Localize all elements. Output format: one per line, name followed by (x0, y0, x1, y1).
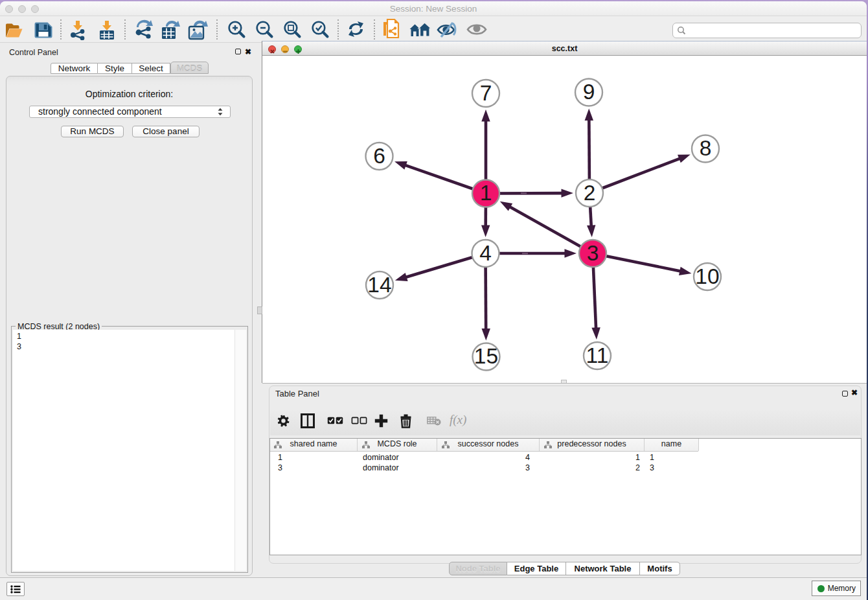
svg-text:4: 4 (479, 241, 492, 265)
svg-text:10: 10 (695, 264, 719, 288)
svg-text:6: 6 (373, 144, 385, 168)
svg-text:1: 1 (480, 181, 492, 205)
svg-text:14: 14 (367, 273, 391, 297)
svg-text:7: 7 (480, 81, 492, 105)
svg-text:9: 9 (583, 80, 595, 104)
svg-text:8: 8 (700, 136, 712, 160)
svg-text:15: 15 (474, 344, 498, 368)
svg-text:3: 3 (587, 241, 599, 265)
svg-text:11: 11 (586, 343, 609, 367)
svg-text:2: 2 (584, 181, 596, 205)
